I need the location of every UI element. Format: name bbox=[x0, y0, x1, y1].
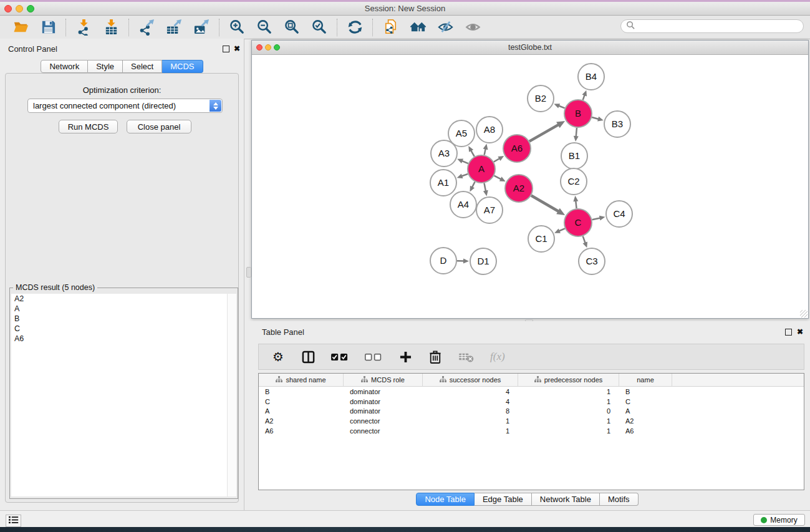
close-panel-icon[interactable]: ✖ bbox=[234, 45, 240, 52]
open-session-icon[interactable] bbox=[12, 18, 30, 36]
column-header-name[interactable]: name bbox=[619, 374, 672, 386]
zoom-fit-icon[interactable] bbox=[283, 18, 301, 36]
hide-details-icon[interactable] bbox=[436, 18, 455, 36]
refresh-icon[interactable] bbox=[346, 18, 364, 36]
close-panel-button[interactable]: Close panel bbox=[127, 120, 191, 133]
criterion-dropdown[interactable]: largest connected component (directed) bbox=[27, 99, 223, 113]
search-input[interactable] bbox=[639, 21, 803, 31]
graph-edge-A-A4[interactable] bbox=[472, 181, 475, 187]
mcds-result-scrollbar[interactable] bbox=[227, 294, 236, 496]
graph-node-A6[interactable]: A6 bbox=[503, 135, 531, 162]
graph-node-B3[interactable]: B3 bbox=[604, 111, 630, 137]
mcds-result-item[interactable]: C bbox=[11, 324, 228, 334]
mcds-result-item[interactable]: B bbox=[11, 314, 228, 324]
mcds-result-item[interactable]: A6 bbox=[11, 334, 228, 344]
graph-node-D1[interactable]: D1 bbox=[470, 248, 496, 274]
vertical-splitter-handle[interactable] bbox=[246, 267, 251, 278]
delete-row-icon[interactable] bbox=[428, 349, 442, 365]
close-window-button[interactable] bbox=[4, 5, 12, 12]
graph-edge-A-A8[interactable] bbox=[485, 148, 486, 155]
tab-select[interactable]: Select bbox=[123, 60, 162, 73]
table-row[interactable]: A6connector11A6 bbox=[259, 426, 804, 436]
minimize-window-button[interactable] bbox=[16, 5, 23, 12]
import-table-icon[interactable] bbox=[102, 18, 120, 36]
memory-button[interactable]: Memory bbox=[753, 514, 805, 526]
graph-node-A1[interactable]: A1 bbox=[430, 170, 456, 196]
network-zoom-button[interactable] bbox=[274, 44, 280, 51]
select-all-icon[interactable] bbox=[331, 349, 349, 365]
window-resize-grip[interactable] bbox=[800, 310, 808, 317]
zoom-in-icon[interactable] bbox=[228, 18, 246, 36]
graph-edge-A-A3[interactable] bbox=[462, 161, 468, 163]
tab-motifs[interactable]: Motifs bbox=[600, 493, 639, 506]
graph-edge-B-B2[interactable] bbox=[559, 106, 565, 109]
graph-node-C4[interactable]: C4 bbox=[606, 201, 632, 227]
table-row[interactable]: Adominator80A bbox=[259, 406, 804, 416]
search-box[interactable] bbox=[620, 19, 804, 33]
save-session-icon[interactable] bbox=[39, 18, 57, 36]
graph-node-B[interactable]: B bbox=[564, 100, 592, 127]
zoom-out-icon[interactable] bbox=[256, 18, 274, 36]
graph-edge-C-C3[interactable] bbox=[583, 236, 586, 243]
close-table-panel-icon[interactable]: ✖ bbox=[797, 328, 803, 336]
graph-edge-A2-C[interactable] bbox=[531, 196, 559, 211]
graph-node-B2[interactable]: B2 bbox=[528, 85, 554, 112]
show-details-icon[interactable] bbox=[464, 18, 482, 36]
graph-edge-A-A6[interactable] bbox=[494, 158, 499, 162]
graph-node-C3[interactable]: C3 bbox=[579, 248, 605, 274]
graph-edge-A-A2[interactable] bbox=[494, 176, 501, 180]
graph-node-A7[interactable]: A7 bbox=[476, 197, 503, 223]
column-header-predecessor-nodes[interactable]: predecessor nodes bbox=[518, 374, 619, 386]
add-row-icon[interactable] bbox=[398, 349, 412, 365]
float-table-panel-icon[interactable] bbox=[785, 329, 792, 336]
tab-network[interactable]: Network bbox=[41, 60, 88, 73]
export-table-icon[interactable] bbox=[165, 18, 183, 36]
float-panel-icon[interactable] bbox=[223, 46, 229, 52]
graph-node-A[interactable]: A bbox=[468, 155, 495, 183]
graph-edge-A-A5[interactable] bbox=[471, 150, 475, 157]
task-history-button[interactable] bbox=[6, 515, 21, 527]
tab-network-table[interactable]: Network Table bbox=[532, 493, 600, 506]
home-icon[interactable] bbox=[409, 18, 427, 36]
graph-node-A5[interactable]: A5 bbox=[448, 120, 475, 147]
zoom-window-button[interactable] bbox=[27, 5, 34, 12]
graph-edge-A6-B[interactable] bbox=[529, 125, 559, 142]
column-header-shared-name[interactable]: shared name bbox=[259, 374, 344, 386]
tab-edge-table[interactable]: Edge Table bbox=[475, 493, 532, 506]
export-network-icon[interactable] bbox=[138, 18, 156, 36]
network-minimize-button[interactable] bbox=[265, 44, 271, 51]
table-row[interactable]: A2connector11A2 bbox=[259, 416, 804, 426]
graph-node-C[interactable]: C bbox=[564, 209, 592, 236]
network-graph-canvas[interactable]: AA1A2A3A4A5A6A7A8BB1B2B3B4CC1C2C3C4DD1 bbox=[252, 55, 808, 319]
toggle-columns-icon[interactable] bbox=[301, 349, 315, 365]
run-mcds-button[interactable]: Run MCDS bbox=[59, 120, 118, 133]
tab-node-table[interactable]: Node Table bbox=[416, 493, 475, 506]
duplicate-network-icon[interactable] bbox=[382, 18, 400, 36]
graph-edge-C-C2[interactable] bbox=[576, 201, 576, 208]
mcds-result-item[interactable]: A2 bbox=[11, 294, 228, 304]
graph-edge-A-A7[interactable] bbox=[484, 183, 486, 191]
zoom-selected-icon[interactable] bbox=[311, 18, 329, 36]
column-header-MCDS-role[interactable]: MCDS role bbox=[344, 374, 423, 386]
tab-mcds[interactable]: MCDS bbox=[162, 60, 203, 73]
table-row[interactable]: Bdominator41B bbox=[259, 387, 804, 397]
column-header-successor-nodes[interactable]: successor nodes bbox=[423, 374, 518, 386]
graph-node-C1[interactable]: C1 bbox=[528, 226, 554, 252]
graph-edge-C-C1[interactable] bbox=[559, 228, 565, 231]
graph-node-C2[interactable]: C2 bbox=[561, 168, 587, 195]
export-image-icon[interactable] bbox=[193, 18, 211, 36]
graph-node-B4[interactable]: B4 bbox=[578, 64, 604, 90]
table-settings-icon[interactable]: ⚙ bbox=[271, 349, 285, 365]
graph-node-B1[interactable]: B1 bbox=[561, 143, 587, 169]
graph-edge-B-B1[interactable] bbox=[576, 128, 577, 137]
deselect-all-icon[interactable] bbox=[365, 349, 382, 365]
mcds-result-item[interactable]: A bbox=[11, 304, 228, 314]
table-row[interactable]: Cdominator41C bbox=[259, 397, 804, 407]
graph-edge-B-B4[interactable] bbox=[583, 95, 585, 100]
network-close-button[interactable] bbox=[256, 44, 263, 51]
graph-node-D[interactable]: D bbox=[430, 248, 456, 274]
graph-edge-B-B3[interactable] bbox=[592, 117, 599, 119]
tab-style[interactable]: Style bbox=[88, 60, 123, 73]
graph-edge-C-C4[interactable] bbox=[592, 218, 600, 220]
import-network-icon[interactable] bbox=[75, 18, 93, 36]
